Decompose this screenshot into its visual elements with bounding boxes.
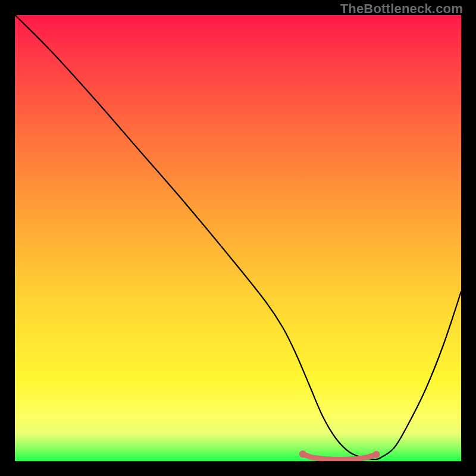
gradient-background	[15, 15, 461, 461]
chart-frame	[15, 15, 461, 461]
plot-area	[15, 15, 461, 461]
